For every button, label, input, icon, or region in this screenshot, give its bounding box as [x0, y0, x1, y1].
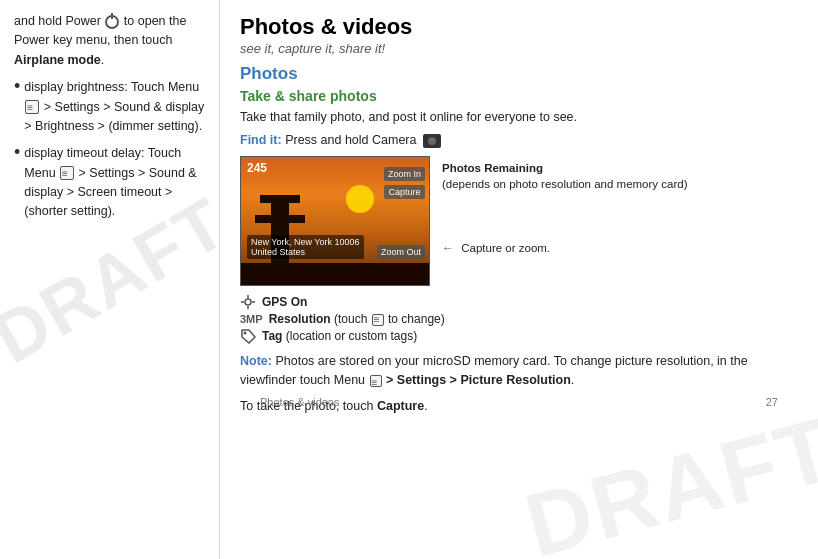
menu-icon-res [372, 314, 384, 326]
note-paragraph: Note: Photos are stored on your microSD … [240, 352, 798, 391]
bullet-text-2: display timeout delay: Touch Menu > Sett… [24, 144, 205, 222]
left-content: and hold Power to open the Power key men… [14, 12, 205, 222]
right-content: Photos & videos see it, capture it, shar… [240, 14, 798, 416]
res-badge: 3MP [240, 313, 263, 325]
intro-paragraph: and hold Power to open the Power key men… [14, 12, 205, 70]
find-it: Find it: Press and hold Camera [240, 133, 798, 148]
bullet-1: • display brightness: Touch Menu > Setti… [14, 78, 205, 136]
cam-number: 245 [247, 161, 267, 175]
page-subtitle: see it, capture it, share it! [240, 41, 798, 56]
bullet-dot-2: • [14, 142, 20, 222]
footer-page: 27 [766, 396, 778, 408]
bullet-2: • display timeout delay: Touch Menu > Se… [14, 144, 205, 222]
tag-info: Tag (location or custom tags) [240, 328, 798, 344]
bullet-dot-1: • [14, 76, 20, 136]
page-footer: Photos & videos 27 [260, 396, 778, 408]
resolution-info: 3MP Resolution (touch to change) [240, 312, 798, 326]
camera-area: 245 Zoom In Capture New York, New York 1… [240, 156, 798, 286]
camera-icon-inline [423, 134, 441, 148]
zoom-out-btn[interactable]: Zoom Out [377, 245, 425, 259]
svg-point-5 [244, 332, 247, 335]
take-body: Take that family photo, and post it onli… [240, 108, 798, 127]
page-title: Photos & videos [240, 14, 798, 40]
cam-controls: Zoom In Capture [384, 167, 425, 199]
capture-btn[interactable]: Capture [384, 185, 425, 199]
gps-label: GPS On [262, 295, 307, 309]
annotation-desc: (depends on photo resolution and memory … [442, 178, 687, 190]
annotation-top: Photos Remaining (depends on photo resol… [442, 160, 687, 192]
zoom-in-btn[interactable]: Zoom In [384, 167, 425, 181]
note-label: Note: [240, 354, 272, 368]
subsection-take: Take & share photos [240, 88, 798, 104]
cam-annotations: Photos Remaining (depends on photo resol… [442, 156, 687, 257]
power-key-icon [105, 15, 119, 29]
cam-sun [346, 185, 374, 213]
camera-screenshot: 245 Zoom In Capture New York, New York 1… [240, 156, 430, 286]
left-panel: DRAFT and hold Power to open the Power k… [0, 0, 220, 559]
annotation-title: Photos Remaining [442, 162, 543, 174]
arrow-left-icon: ← [442, 240, 454, 257]
footer-topic: Photos & videos [260, 396, 340, 408]
find-it-label: Find it: [240, 133, 282, 147]
section-photos: Photos [240, 64, 798, 84]
cam-location: New York, New York 10006 United States [247, 235, 364, 259]
right-panel: DRAFT Photos & videos see it, capture it… [220, 0, 818, 559]
svg-point-0 [245, 299, 251, 305]
menu-icon-2 [60, 166, 74, 180]
tag-label: Tag (location or custom tags) [262, 329, 417, 343]
gps-icon [240, 294, 256, 310]
cam-info-row: GPS On 3MP Resolution (touch to change) … [240, 294, 798, 344]
tag-icon [240, 328, 256, 344]
cam-ground [241, 263, 429, 285]
bullet-text-1: display brightness: Touch Menu > Setting… [24, 78, 205, 136]
resolution-label: Resolution (touch to change) [269, 312, 445, 326]
annotation-bottom: ← Capture or zoom. [442, 240, 687, 257]
location-line1: New York, New York 10006 [251, 237, 360, 247]
menu-icon-note [370, 375, 382, 387]
gps-info: GPS On [240, 294, 798, 310]
location-line2: United States [251, 247, 360, 257]
draft-watermark-right: DRAFT [515, 397, 818, 559]
annotation-bottom-text: Capture or zoom. [461, 242, 550, 254]
menu-icon-1 [25, 100, 39, 114]
